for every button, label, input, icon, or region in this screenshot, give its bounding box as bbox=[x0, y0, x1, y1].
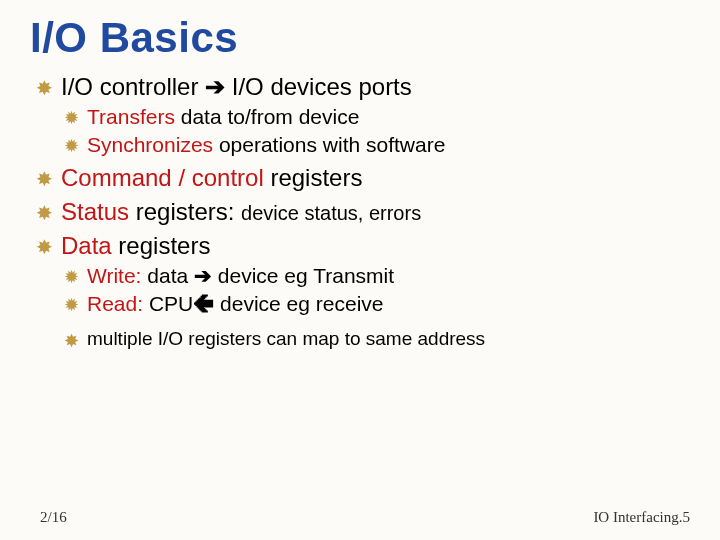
sub-bullet-read: ✹ Read: CPU🡸 device eg receive bbox=[64, 291, 690, 317]
bullet-text: I/O controller ➔ I/O devices ports bbox=[61, 72, 412, 102]
bullet-data-registers: ✸ Data registers bbox=[36, 231, 690, 261]
bullet-text: Synchronizes operations with software bbox=[87, 132, 445, 158]
flower-icon: ✸ bbox=[64, 330, 79, 353]
sub-bullet-multiple: ✸ multiple I/O registers can map to same… bbox=[64, 327, 690, 353]
slide: I/O Basics ✸ I/O controller ➔ I/O device… bbox=[0, 0, 720, 540]
bullet-text: Read: CPU🡸 device eg receive bbox=[87, 291, 384, 317]
flower-icon: ✹ bbox=[64, 135, 79, 158]
bullet-text: Write: data ➔ device eg Transmit bbox=[87, 263, 394, 289]
bullet-text: Status registers: device status, errors bbox=[61, 197, 421, 227]
bullet-text: Data registers bbox=[61, 231, 210, 261]
bullet-text: multiple I/O registers can map to same a… bbox=[87, 327, 485, 351]
sub-bullet-synchronizes: ✹ Synchronizes operations with software bbox=[64, 132, 690, 158]
flower-icon: ✸ bbox=[36, 201, 53, 226]
footer-page: IO Interfacing.5 bbox=[593, 509, 690, 526]
slide-title: I/O Basics bbox=[30, 14, 690, 62]
arrow-right-icon: ➔ bbox=[194, 264, 212, 287]
sub-bullet-transfers: ✹ Transfers data to/from device bbox=[64, 104, 690, 130]
bullet-text: Command / control registers bbox=[61, 163, 362, 193]
flower-icon: ✸ bbox=[36, 76, 53, 101]
sub-bullet-write: ✹ Write: data ➔ device eg Transmit bbox=[64, 263, 690, 289]
arrow-left-icon: 🡸 bbox=[193, 292, 214, 315]
footer-date: 2/16 bbox=[40, 509, 67, 526]
content-area: ✸ I/O controller ➔ I/O devices ports ✹ T… bbox=[30, 72, 690, 353]
flower-icon: ✸ bbox=[36, 235, 53, 260]
bullet-text: Transfers data to/from device bbox=[87, 104, 359, 130]
flower-icon: ✹ bbox=[64, 107, 79, 130]
arrow-right-icon: ➔ bbox=[205, 73, 225, 100]
flower-icon: ✹ bbox=[64, 294, 79, 317]
bullet-command-control: ✸ Command / control registers bbox=[36, 163, 690, 193]
bullet-status-registers: ✸ Status registers: device status, error… bbox=[36, 197, 690, 227]
flower-icon: ✸ bbox=[36, 167, 53, 192]
flower-icon: ✹ bbox=[64, 266, 79, 289]
bullet-io-controller: ✸ I/O controller ➔ I/O devices ports bbox=[36, 72, 690, 102]
